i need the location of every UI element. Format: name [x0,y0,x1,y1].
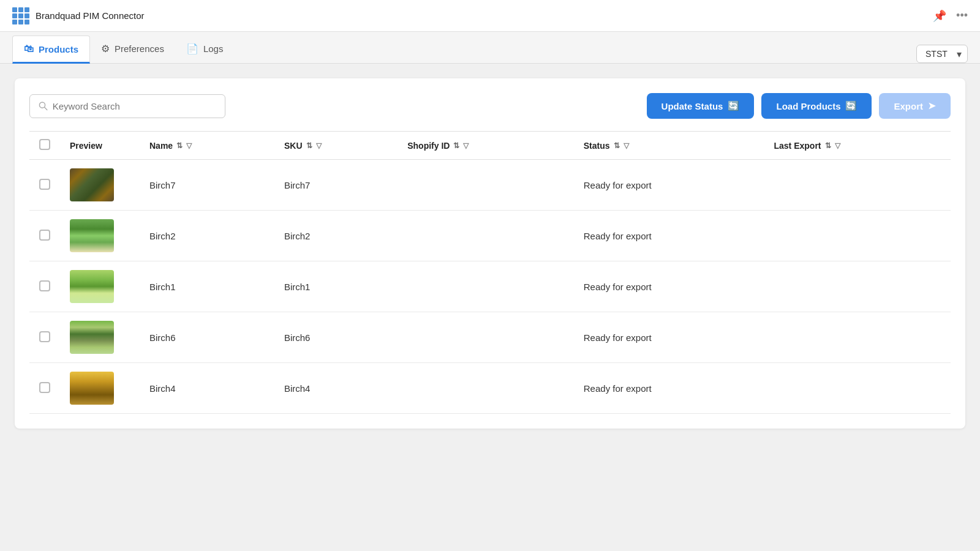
row-checkbox-cell [29,211,60,261]
shopify-id-sort-icon[interactable]: ⇅ [453,141,459,150]
row-sku-cell: Birch6 [274,312,398,363]
row-name-cell: Birch2 [140,211,274,261]
tab-preferences[interactable]: ⚙ Preferences [90,36,175,64]
th-last-export: Last Export ⇅ ▽ [764,132,951,160]
row-shopify-id-cell [398,363,574,414]
row-status-cell: Ready for export [574,312,764,363]
row-checkbox-cell [29,160,60,211]
row-status-cell: Ready for export [574,363,764,414]
sku-sort-icon[interactable]: ⇅ [306,141,312,150]
status-filter-icon[interactable]: ▽ [624,141,629,150]
table-row: Birch2 Birch2 Ready for export [29,211,951,261]
load-products-icon: 🔄 [845,100,857,111]
row-preview-cell [60,211,140,261]
row-preview-cell [60,312,140,363]
row-status-cell: Ready for export [574,261,764,312]
search-input[interactable] [53,101,216,111]
product-preview-img [70,168,114,201]
tab-nav: 🛍 Products ⚙ Preferences 📄 Logs STST Oth… [0,32,980,64]
export-icon: ➤ [928,100,936,111]
th-sku-label: SKU [284,141,303,151]
th-name: Name ⇅ ▽ [140,132,274,160]
topbar-left: Brandquad PIM Connector [12,7,145,24]
last-export-filter-icon[interactable]: ▽ [835,141,840,150]
row-name-cell: Birch1 [140,261,274,312]
name-filter-icon[interactable]: ▽ [186,141,192,150]
row-last-export-cell [764,261,951,312]
row-checkbox-cell [29,363,60,414]
products-card: Update Status 🔄 Load Products 🔄 Export ➤ [15,78,965,429]
row-checkbox-cell [29,261,60,312]
row-last-export-cell [764,312,951,363]
row-shopify-id-cell [398,312,574,363]
load-products-button[interactable]: Load Products 🔄 [761,93,872,119]
toolbar-buttons: Update Status 🔄 Load Products 🔄 Export ➤ [647,93,951,119]
product-preview-img [70,372,114,405]
table-row: Birch1 Birch1 Ready for export [29,261,951,312]
store-dropdown-wrapper[interactable]: STST Other [916,45,968,63]
search-box[interactable] [29,94,225,118]
row-shopify-id-cell [398,160,574,211]
row-checkbox-2[interactable] [39,280,50,291]
row-shopify-id-cell [398,261,574,312]
table-header-row: Preview Name ⇅ ▽ SKU ⇅ ▽ [29,132,951,160]
app-grid-icon[interactable] [12,7,29,24]
row-checkbox-3[interactable] [39,331,50,342]
th-preview: Preview [60,132,140,160]
load-products-label: Load Products [776,101,840,111]
row-status-cell: Ready for export [574,160,764,211]
select-all-col [29,132,60,160]
tab-products[interactable]: 🛍 Products [12,36,90,64]
th-status: Status ⇅ ▽ [574,132,764,160]
row-shopify-id-cell [398,211,574,261]
update-status-button[interactable]: Update Status 🔄 [647,93,755,119]
topbar: Brandquad PIM Connector 📌 ••• [0,0,980,32]
store-dropdown[interactable]: STST Other [916,45,968,63]
update-status-icon: 🔄 [728,100,739,111]
row-checkbox-4[interactable] [39,382,50,393]
row-last-export-cell [764,211,951,261]
logs-tab-icon: 📄 [186,43,198,54]
row-sku-cell: Birch2 [274,211,398,261]
table-row: Birch4 Birch4 Ready for export [29,363,951,414]
row-checkbox-cell [29,312,60,363]
row-last-export-cell [764,363,951,414]
th-shopify-id-label: Shopify ID [407,141,450,151]
row-checkbox-1[interactable] [39,230,50,241]
table-row: Birch7 Birch7 Ready for export [29,160,951,211]
th-last-export-label: Last Export [774,141,821,151]
shopify-id-filter-icon[interactable]: ▽ [463,141,469,150]
th-shopify-id: Shopify ID ⇅ ▽ [398,132,574,160]
update-status-label: Update Status [662,101,723,111]
status-sort-icon[interactable]: ⇅ [614,141,620,150]
name-sort-icon[interactable]: ⇅ [176,141,183,150]
row-preview-cell [60,261,140,312]
more-options-icon[interactable]: ••• [956,9,968,22]
row-status-cell: Ready for export [574,211,764,261]
row-preview-cell [60,160,140,211]
table-row: Birch6 Birch6 Ready for export [29,312,951,363]
tab-logs[interactable]: 📄 Logs [175,36,235,64]
last-export-sort-icon[interactable]: ⇅ [825,141,831,150]
svg-line-1 [45,107,47,110]
th-status-label: Status [584,141,610,151]
row-name-cell: Birch7 [140,160,274,211]
sku-filter-icon[interactable]: ▽ [316,141,322,150]
product-preview-img [70,219,114,252]
export-button[interactable]: Export ➤ [879,93,951,119]
row-last-export-cell [764,160,951,211]
row-checkbox-0[interactable] [39,179,50,190]
row-name-cell: Birch6 [140,312,274,363]
topbar-right: 📌 ••• [933,9,968,23]
row-sku-cell: Birch4 [274,363,398,414]
product-preview-img [70,270,114,303]
export-label: Export [894,101,923,111]
pin-icon[interactable]: 📌 [933,9,946,23]
row-sku-cell: Birch1 [274,261,398,312]
products-tab-label: Products [39,44,78,54]
main-content: Update Status 🔄 Load Products 🔄 Export ➤ [0,64,980,443]
products-tab-icon: 🛍 [24,43,34,54]
preferences-tab-label: Preferences [115,43,164,54]
app-title: Brandquad PIM Connector [36,10,145,21]
select-all-checkbox[interactable] [39,139,50,150]
